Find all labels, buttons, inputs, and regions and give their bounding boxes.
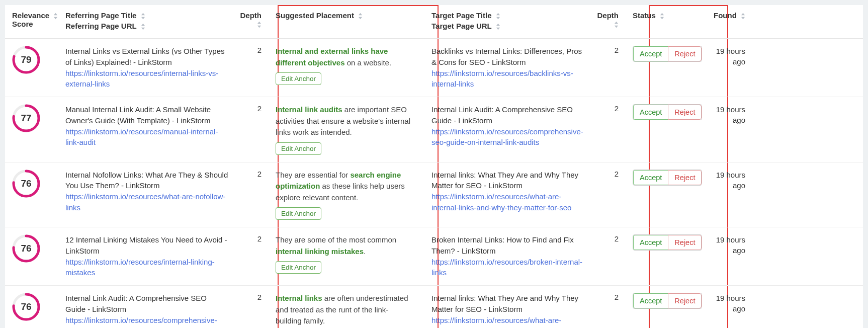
suggested-placement-text: Internal and external links have differe… <box>276 46 413 68</box>
edit-anchor-button[interactable]: Edit Anchor <box>276 142 321 155</box>
target-depth: 2 <box>588 104 624 113</box>
col-sublabel: Target Page URL <box>431 22 491 30</box>
referring-depth: 2 <box>231 104 267 113</box>
referring-page-url[interactable]: https://linkstorm.io/resources/what-are-… <box>65 192 225 212</box>
found-time: 19 hours ago <box>699 46 754 67</box>
svg-marker-12 <box>496 24 500 26</box>
accept-button[interactable]: Accept <box>633 235 668 250</box>
svg-marker-2 <box>141 13 145 16</box>
col-label: Status <box>633 11 656 20</box>
table-row: 77 Manual Internal Link Audit: A Small W… <box>5 97 863 162</box>
accept-button[interactable]: Accept <box>633 46 668 61</box>
target-depth: 2 <box>588 293 624 301</box>
edit-anchor-button[interactable]: Edit Anchor <box>276 72 321 85</box>
col-sublabel: Referring Page URL <box>65 22 136 30</box>
suggested-placement-text: They are essential for search engine opt… <box>276 170 413 204</box>
col-header-referring[interactable]: Referring Page Title Referring Page URL <box>65 11 231 32</box>
reject-button[interactable]: Reject <box>668 293 702 308</box>
relevance-score-value: 79 <box>12 46 40 74</box>
target-page-title: Backlinks vs Internal Links: Differences… <box>431 46 583 68</box>
reject-button[interactable]: Reject <box>668 235 702 250</box>
col-label: Found <box>714 11 737 20</box>
table-header-row: Relevance Score Referring Page Title Ref… <box>5 5 863 39</box>
svg-marker-7 <box>257 26 261 28</box>
target-page-title: Internal Link Audit: A Comprehensive SEO… <box>431 104 583 126</box>
relevance-score-value: 76 <box>12 170 40 198</box>
col-header-relevance[interactable]: Relevance Score <box>5 11 65 30</box>
sort-icon[interactable] <box>660 13 664 20</box>
referring-page-url[interactable]: https://linkstorm.io/resources/manual-in… <box>65 127 218 147</box>
suggested-placement-text: Internal links are often underestimated … <box>276 293 413 327</box>
table-row: 76 Internal Link Audit: A Comprehensive … <box>5 286 863 328</box>
col-sublabel: Score <box>12 20 58 28</box>
referring-page-title: Manual Internal Link Audit: A Small Webs… <box>65 104 228 126</box>
found-time: 19 hours ago <box>699 104 754 125</box>
svg-marker-14 <box>615 22 618 24</box>
sort-icon[interactable] <box>141 23 145 30</box>
suggested-anchor: internal linking mistakes <box>276 247 364 256</box>
relevance-score-ring: 79 <box>12 46 40 74</box>
referring-page-url[interactable]: https://linkstorm.io/resources/internal-… <box>65 258 215 277</box>
suggested-anchor: Internal and external links have differe… <box>276 47 388 67</box>
svg-marker-0 <box>54 13 57 16</box>
target-page-title: Broken Internal Links: How to Find and F… <box>431 234 583 257</box>
accept-button[interactable]: Accept <box>633 170 668 185</box>
referring-depth: 2 <box>231 170 267 178</box>
svg-marker-16 <box>660 13 664 16</box>
edit-anchor-button[interactable]: Edit Anchor <box>276 207 321 220</box>
relevance-score-ring: 76 <box>12 170 40 198</box>
sort-icon[interactable] <box>53 13 58 20</box>
target-page-url[interactable]: https://linkstorm.io/resources/what-are-… <box>431 316 571 328</box>
referring-page-url[interactable]: https://linkstorm.io/resources/internal-… <box>65 69 218 89</box>
relevance-score-value: 77 <box>12 104 40 132</box>
svg-marker-8 <box>359 13 362 16</box>
col-label: Referring Page Title <box>65 11 136 20</box>
suggested-placement-text: Internal link audits are important SEO a… <box>276 104 413 138</box>
sort-icon[interactable] <box>141 13 145 20</box>
sort-icon[interactable] <box>496 23 500 30</box>
suggested-anchor: Internal links <box>276 294 322 302</box>
reject-button[interactable]: Reject <box>668 170 702 185</box>
accept-button[interactable]: Accept <box>633 293 668 308</box>
sort-icon[interactable] <box>741 13 745 20</box>
svg-marker-9 <box>359 17 362 20</box>
referring-page-title: 12 Internal Linking Mistakes You Need to… <box>65 234 228 257</box>
target-page-title: Internal links: What They Are and Why Th… <box>431 170 583 192</box>
status-button-group: Accept Reject <box>633 46 702 62</box>
col-label: Depth <box>240 11 262 20</box>
link-suggestions-table: Relevance Score Referring Page Title Ref… <box>5 5 863 328</box>
sort-icon[interactable] <box>496 13 500 20</box>
col-header-status[interactable]: Status <box>624 11 699 20</box>
edit-anchor-button[interactable]: Edit Anchor <box>276 261 321 274</box>
reject-button[interactable]: Reject <box>668 105 702 120</box>
col-header-depth-target[interactable]: Depth <box>588 11 624 28</box>
accept-button[interactable]: Accept <box>633 105 668 120</box>
found-time: 19 hours ago <box>699 170 754 191</box>
referring-page-url[interactable]: https://linkstorm.io/resources/comprehen… <box>65 316 217 328</box>
target-depth: 2 <box>588 234 624 243</box>
col-header-suggested[interactable]: Suggested Placement <box>267 11 422 20</box>
col-header-target[interactable]: Target Page Title Target Page URL <box>422 11 588 32</box>
status-button-group: Accept Reject <box>633 234 702 251</box>
sort-icon[interactable] <box>257 21 262 28</box>
sort-icon[interactable] <box>358 13 363 20</box>
col-header-depth-ref[interactable]: Depth <box>231 11 267 28</box>
target-depth: 2 <box>588 170 624 178</box>
referring-page-title: Internal Link Audit: A Comprehensive SEO… <box>65 293 228 315</box>
svg-marker-17 <box>660 17 664 20</box>
target-page-url[interactable]: https://linkstorm.io/resources/comprehen… <box>431 127 583 147</box>
svg-marker-13 <box>496 28 500 30</box>
col-label: Suggested Placement <box>276 11 354 20</box>
relevance-score-ring: 77 <box>12 104 40 132</box>
reject-button[interactable]: Reject <box>668 46 702 61</box>
target-page-url[interactable]: https://linkstorm.io/resources/backlinks… <box>431 69 573 89</box>
suggested-placement-text: They are some of the most common interna… <box>276 234 413 257</box>
table-row: 79 Internal Links vs External Links (vs … <box>5 39 863 97</box>
referring-page-title: Internal Links vs External Links (vs Oth… <box>65 46 228 68</box>
target-page-url[interactable]: https://linkstorm.io/resources/what-are-… <box>431 192 571 212</box>
status-button-group: Accept Reject <box>633 104 702 120</box>
col-header-found[interactable]: Found <box>699 11 754 20</box>
sort-icon[interactable] <box>614 21 619 28</box>
table-row: 76 Internal Nofollow Links: What Are The… <box>5 162 863 228</box>
target-page-url[interactable]: https://linkstorm.io/resources/broken-in… <box>431 258 582 277</box>
